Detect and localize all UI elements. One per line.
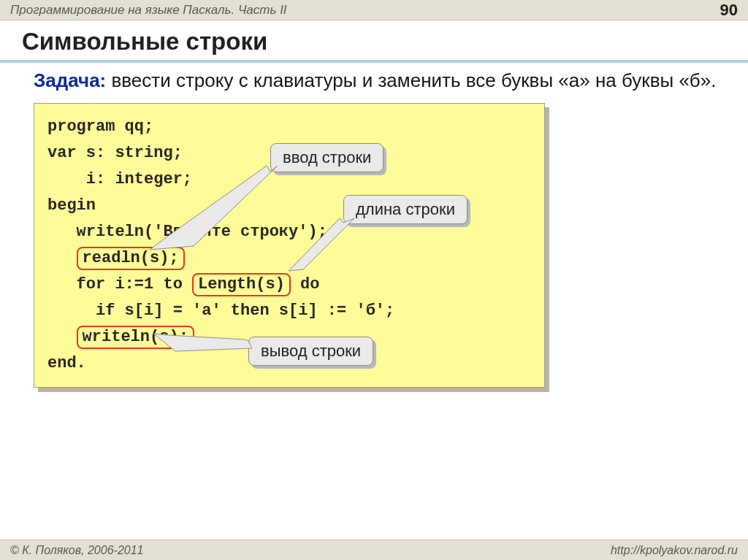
- code-line-suffix: do: [291, 275, 320, 294]
- callout-length: длина строки: [343, 195, 468, 224]
- highlight-readln: readln(s);: [77, 247, 185, 270]
- slide-header: Программирование на языке Паскаль. Часть…: [0, 0, 748, 20]
- code-line: i: integer;: [47, 170, 192, 188]
- task-body: ввести строку с клавиатуры и заменить вс…: [106, 69, 716, 91]
- highlight-writeln: writeln(s);: [77, 326, 194, 349]
- code-line: end.: [47, 354, 86, 372]
- code-line: var s: string;: [47, 144, 183, 162]
- header-title: Программирование на языке Паскаль. Часть…: [10, 3, 287, 18]
- footer-right: http://kpolyakov.narod.ru: [611, 544, 738, 557]
- callout-output: вывод строки: [248, 337, 373, 366]
- main-title: Символьные строки: [0, 20, 748, 60]
- code-line: begin: [47, 196, 96, 215]
- callout-input: ввод строки: [270, 143, 383, 172]
- code-line-prefix: [47, 328, 77, 346]
- highlight-length: Length(s): [192, 273, 291, 296]
- code-line: if s[i] = 'а' then s[i] := 'б';: [47, 302, 394, 320]
- task-text: Задача: ввести строку с клавиатуры и зам…: [0, 69, 748, 93]
- page-number: 90: [720, 1, 738, 20]
- code-line: program qq;: [47, 118, 153, 136]
- footer-left: © К. Поляков, 2006-2011: [10, 544, 143, 557]
- slide-footer: © К. Поляков, 2006-2011 http://kpolyakov…: [0, 540, 748, 560]
- title-divider: [0, 60, 748, 63]
- code-line-prefix: [47, 249, 77, 267]
- code-line: writeln('Введите строку');: [47, 223, 327, 241]
- code-area: program qq; var s: string; i: integer; b…: [0, 93, 748, 388]
- code-line-prefix: for i:=1 to: [47, 275, 192, 294]
- task-label: Задача:: [34, 69, 106, 91]
